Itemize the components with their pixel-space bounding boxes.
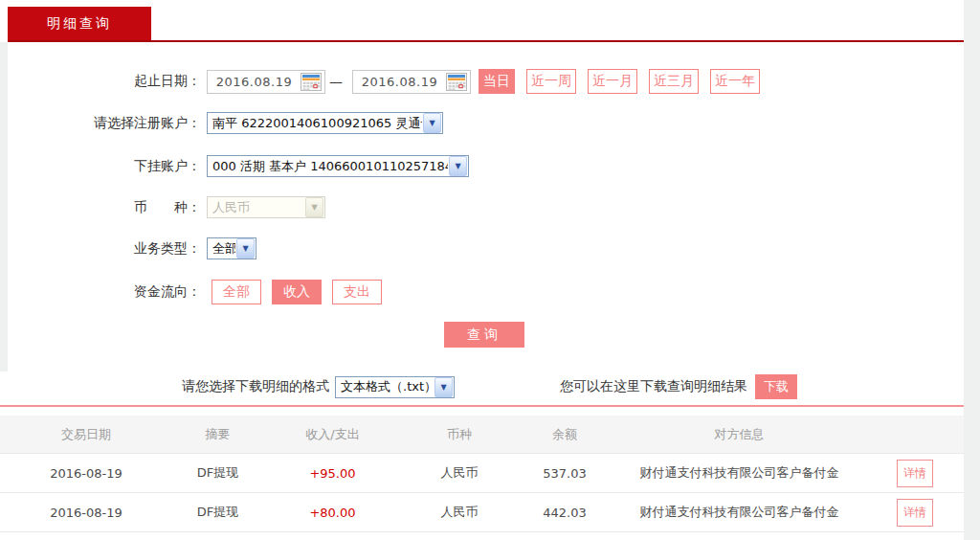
download-button-label: 下载 xyxy=(764,378,789,395)
download-format-select[interactable]: 文本格式（.txt） ▼ xyxy=(335,376,455,398)
cell-trade-date: 2016-08-19 xyxy=(0,506,172,520)
chevron-down-icon[interactable]: ▼ xyxy=(236,238,255,259)
cell-amount: +80.00 xyxy=(263,506,402,520)
cell-currency: 人民币 xyxy=(402,464,517,482)
query-button[interactable]: 查询 xyxy=(444,322,524,348)
cell-balance: 537.03 xyxy=(517,466,612,481)
tab-label: 明细查询 xyxy=(47,15,112,33)
download-format-value: 文本格式（.txt） xyxy=(336,378,434,395)
currency-value: 人民币 xyxy=(208,199,304,216)
start-date-value: 2016.08.19 xyxy=(208,75,301,89)
table-row: 2016-08-19 DF提现 +80.00 人民币 442.03 财付通支付科… xyxy=(0,493,964,532)
header-summary: 摘要 xyxy=(172,426,263,443)
start-date-input[interactable]: 2016.08.19 xyxy=(207,70,325,94)
business-type-select[interactable]: 全部 ▼ xyxy=(207,237,256,259)
register-account-select[interactable]: 南平 6222001406100921065 灵通卡 ▼ xyxy=(207,112,443,134)
quick-range-today-button[interactable]: 当日 xyxy=(479,69,515,94)
fund-flow-option-label: 收入 xyxy=(283,283,310,301)
download-row: 请您选择下载明细的格式 文本格式（.txt） ▼ 您可以在这里下载查询明细结果 … xyxy=(182,374,797,399)
fund-flow-option-label: 全部 xyxy=(223,283,250,301)
cell-trade-date: 2016-08-19 xyxy=(0,466,172,481)
cell-balance: 442.03 xyxy=(517,506,612,520)
cell-summary: DF提现 xyxy=(172,504,263,521)
chevron-down-icon[interactable]: ▼ xyxy=(449,156,467,176)
cell-summary: DF提现 xyxy=(172,464,263,482)
quick-range-year-button[interactable]: 近一年 xyxy=(710,69,760,94)
fund-flow-option-label: 支出 xyxy=(344,283,370,301)
results-table: 交易日期 摘要 收入/支出 币种 余额 对方信息 2016-08-19 DF提现… xyxy=(0,416,964,532)
download-button[interactable]: 下载 xyxy=(755,374,797,399)
sub-account-label: 下挂账户： xyxy=(0,158,201,175)
sub-account-select[interactable]: 000 活期 基本户 1406600101102571848 ▼ xyxy=(207,155,469,177)
header-income-expense: 收入/支出 xyxy=(263,426,402,443)
end-date-value: 2016.08.19 xyxy=(353,75,446,89)
cell-amount: +95.00 xyxy=(263,466,402,481)
fund-flow-row: 资金流向： 全部 收入 支出 xyxy=(0,280,382,304)
currency-select: 人民币 ▼ xyxy=(207,196,325,218)
fund-flow-income-button[interactable]: 收入 xyxy=(272,280,322,304)
table-row: 2016-08-19 DF提现 +95.00 人民币 537.03 财付通支付科… xyxy=(0,454,964,493)
cell-currency: 人民币 xyxy=(402,504,517,521)
quick-range-quarter-button[interactable]: 近三月 xyxy=(649,69,699,94)
date-range-separator: — xyxy=(329,74,343,89)
quick-range-label: 近一年 xyxy=(715,73,755,90)
header-counterparty: 对方信息 xyxy=(612,426,866,443)
query-button-label: 查询 xyxy=(467,326,501,344)
calendar-icon[interactable] xyxy=(301,73,322,91)
calendar-icon[interactable] xyxy=(446,73,467,91)
fund-flow-expense-button[interactable]: 支出 xyxy=(332,280,382,304)
currency-label: 币 种： xyxy=(0,199,201,216)
sub-account-row: 下挂账户： 000 活期 基本户 1406600101102571848 ▼ xyxy=(0,155,469,177)
register-account-value: 南平 6222001406100921065 灵通卡 xyxy=(208,115,422,132)
download-format-label: 请您选择下载明细的格式 xyxy=(182,378,329,395)
detail-button[interactable]: 详情 xyxy=(897,460,933,487)
quick-range-label: 当日 xyxy=(483,73,510,90)
fund-flow-all-button[interactable]: 全部 xyxy=(212,280,261,304)
tab-detail-query[interactable]: 明细查询 xyxy=(8,7,151,40)
fund-flow-label: 资金流向： xyxy=(0,283,201,301)
header-balance: 余额 xyxy=(517,426,612,443)
detail-button[interactable]: 详情 xyxy=(897,499,933,527)
quick-range-label: 近一周 xyxy=(531,73,571,90)
register-account-row: 请选择注册账户： 南平 6222001406100921065 灵通卡 ▼ xyxy=(0,112,443,134)
business-type-value: 全部 xyxy=(208,240,235,258)
header-currency: 币种 xyxy=(402,426,517,443)
quick-range-week-button[interactable]: 近一周 xyxy=(526,69,576,94)
cell-counterparty: 财付通支付科技有限公司客户备付金 xyxy=(612,504,866,521)
download-hint: 您可以在这里下载查询明细结果 xyxy=(560,378,747,395)
chevron-down-icon: ▼ xyxy=(305,197,323,217)
currency-row: 币 种： 人民币 ▼ xyxy=(0,196,325,218)
section-divider xyxy=(0,405,964,407)
quick-range-label: 近一月 xyxy=(592,73,633,90)
date-range-label: 起止日期： xyxy=(0,73,201,90)
business-type-label: 业务类型： xyxy=(0,240,201,258)
end-date-input[interactable]: 2016.08.19 xyxy=(352,70,471,94)
table-header-row: 交易日期 摘要 收入/支出 币种 余额 对方信息 xyxy=(0,416,964,454)
quick-range-label: 近三月 xyxy=(654,73,694,90)
sub-account-value: 000 活期 基本户 1406600101102571848 xyxy=(208,158,448,175)
date-range-row: 起止日期： 2016.08.19 — 2016.08.19 xyxy=(0,69,760,94)
chevron-down-icon[interactable]: ▼ xyxy=(423,113,441,133)
chevron-down-icon[interactable]: ▼ xyxy=(434,377,453,397)
business-type-row: 业务类型： 全部 ▼ xyxy=(0,237,256,259)
quick-range-month-button[interactable]: 近一月 xyxy=(588,69,637,94)
register-account-label: 请选择注册账户： xyxy=(0,115,201,132)
header-trade-date: 交易日期 xyxy=(0,426,172,443)
cell-counterparty: 财付通支付科技有限公司客户备付金 xyxy=(612,464,866,482)
tab-divider xyxy=(8,40,964,42)
